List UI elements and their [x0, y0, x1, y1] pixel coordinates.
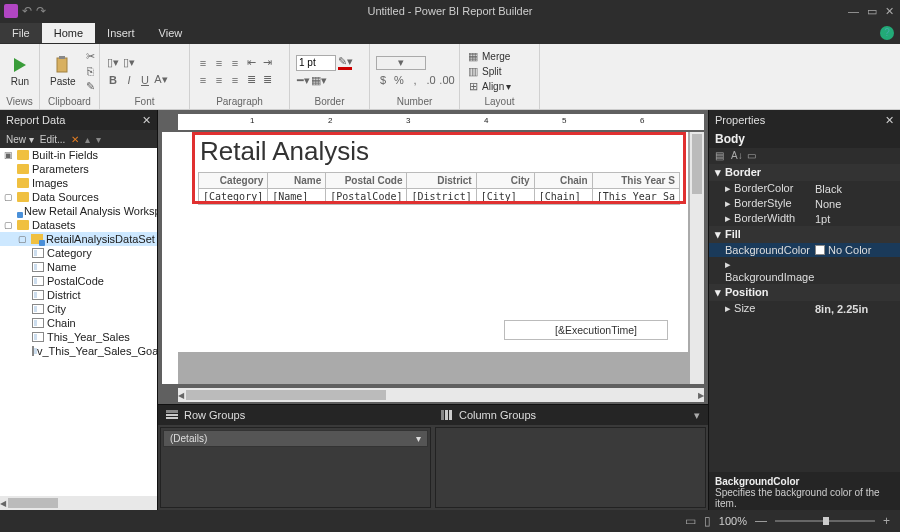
row-groups-label: Row Groups	[184, 409, 245, 421]
rd-up-icon[interactable]: ▴	[85, 134, 90, 145]
zoom-out-icon[interactable]: —	[755, 514, 767, 528]
align-bot-icon[interactable]: ≡	[228, 56, 242, 70]
col-groups-pane[interactable]	[435, 427, 706, 508]
zoom-in-icon[interactable]: +	[883, 514, 890, 528]
brush-icon[interactable]: ✎	[84, 79, 98, 93]
paste-button[interactable]: Paste	[46, 53, 80, 89]
report-data-title: Report Data	[6, 114, 65, 126]
indent-icon[interactable]: ⇥	[260, 56, 274, 70]
svg-rect-8	[449, 410, 452, 420]
border-style-icon[interactable]: ━▾	[296, 74, 310, 88]
design-scroll-v[interactable]	[690, 132, 704, 384]
field-item[interactable]: Category	[0, 246, 157, 260]
tab-view[interactable]: View	[147, 23, 195, 43]
border-preset-icon[interactable]: ▦▾	[312, 74, 326, 88]
rd-edit-button[interactable]: Edit...	[40, 134, 66, 145]
redo-icon[interactable]: ↷	[36, 4, 46, 18]
bullets-icon[interactable]: ≣	[244, 73, 258, 87]
align-right-icon[interactable]: ≡	[228, 73, 242, 87]
tab-insert[interactable]: Insert	[95, 23, 147, 43]
folder-icon	[17, 220, 29, 230]
field-item[interactable]: Name	[0, 260, 157, 274]
border-width-input[interactable]	[296, 55, 336, 71]
svg-marker-0	[14, 58, 26, 72]
inc-dec-icon[interactable]: .0	[424, 73, 438, 87]
col-groups-label: Column Groups	[459, 409, 536, 421]
split-icon[interactable]: ▥	[466, 64, 480, 78]
merge-icon[interactable]: ▦	[466, 49, 480, 63]
field-item[interactable]: This_Year_Sales	[0, 330, 157, 344]
prop-az-icon[interactable]: A↓	[731, 150, 743, 162]
properties-close-icon[interactable]: ✕	[885, 114, 894, 127]
col-groups-icon	[441, 410, 453, 420]
split-button[interactable]: Split	[482, 66, 501, 77]
border-color-icon[interactable]: ✎▾	[338, 56, 352, 70]
align-center-icon[interactable]: ≡	[212, 73, 226, 87]
field-icon	[32, 262, 44, 272]
field-icon	[32, 276, 44, 286]
tab-file[interactable]: File	[0, 23, 42, 43]
report-data-tree[interactable]: ▣Built-in Fields Parameters Images ▢Data…	[0, 148, 157, 496]
numbers-icon[interactable]: ≣	[260, 73, 274, 87]
property-grid[interactable]: ▾Border ▸ BorderColorBlack ▸ BorderStyle…	[709, 164, 900, 472]
ruler-vertical	[162, 132, 178, 384]
number-format-select[interactable]: ▾	[376, 56, 426, 70]
field-item[interactable]: Chain	[0, 316, 157, 330]
property-help: BackgroundColor Specifies the background…	[709, 472, 900, 510]
rd-new-button[interactable]: New ▾	[6, 134, 34, 145]
report-body[interactable]: Retail Analysis Category Name Postal Cod…	[178, 132, 704, 384]
comma-icon[interactable]: ,	[408, 73, 422, 87]
row-groups-pane[interactable]: (Details)▾	[160, 427, 431, 508]
dec-dec-icon[interactable]: .00	[440, 73, 454, 87]
copy-icon[interactable]: ⎘	[84, 64, 98, 78]
maximize-icon[interactable]: ▭	[867, 5, 877, 18]
align-button[interactable]: Align	[482, 81, 504, 92]
font-color-icon[interactable]: A▾	[154, 73, 168, 87]
close-icon[interactable]: ✕	[885, 5, 894, 18]
currency-icon[interactable]: $	[376, 73, 390, 87]
run-button[interactable]: Run	[6, 53, 34, 89]
svg-rect-6	[441, 410, 444, 420]
underline-icon[interactable]: U	[138, 73, 152, 87]
svg-rect-5	[166, 417, 178, 419]
report-data-close-icon[interactable]: ✕	[142, 114, 151, 127]
field-item[interactable]: v_This_Year_Sales_Goal	[0, 344, 157, 358]
undo-icon[interactable]: ↶	[22, 4, 32, 18]
zoom-slider[interactable]	[775, 520, 875, 522]
align-top-icon[interactable]: ≡	[196, 56, 210, 70]
groups-menu-icon[interactable]: ▾	[694, 409, 700, 422]
align-left-icon[interactable]: ≡	[196, 73, 210, 87]
design-scroll-h[interactable]: ◀▶	[178, 388, 704, 402]
properties-title: Properties	[715, 114, 765, 126]
prop-backgroundcolor[interactable]: BackgroundColorNo Color	[709, 243, 900, 257]
sb-layout-icon[interactable]: ▭	[685, 514, 696, 528]
field-item[interactable]: PostalCode	[0, 274, 157, 288]
ribbon-group-number: Number	[376, 96, 453, 107]
cut-icon[interactable]: ✂	[84, 49, 98, 63]
align-mid-icon[interactable]: ≡	[212, 56, 226, 70]
prop-cat-icon[interactable]: ▤	[715, 150, 727, 162]
rd-scroll-h[interactable]: ◀	[0, 496, 157, 510]
italic-icon[interactable]: I	[122, 73, 136, 87]
field-item[interactable]: District	[0, 288, 157, 302]
execution-time-placeholder[interactable]: [&ExecutionTime]	[504, 320, 668, 340]
details-group[interactable]: (Details)▾	[163, 430, 428, 447]
sb-page-icon[interactable]: ▯	[704, 514, 711, 528]
merge-button[interactable]: Merge	[482, 51, 510, 62]
bold-icon[interactable]: B	[106, 73, 120, 87]
svg-rect-1	[57, 58, 67, 72]
percent-icon[interactable]: %	[392, 73, 406, 87]
titlebar: ↶ ↷ Untitled - Power BI Report Builder —…	[0, 0, 900, 22]
outdent-icon[interactable]: ⇤	[244, 56, 258, 70]
field-item[interactable]: City	[0, 302, 157, 316]
rd-down-icon[interactable]: ▾	[96, 134, 101, 145]
minimize-icon[interactable]: —	[848, 5, 859, 18]
align-icon[interactable]: ⊞	[466, 79, 480, 93]
help-icon[interactable]: ?	[880, 26, 894, 40]
prop-pages-icon[interactable]: ▭	[747, 150, 759, 162]
rd-delete-icon[interactable]: ✕	[71, 134, 79, 145]
tab-home[interactable]: Home	[42, 23, 95, 43]
dataset-item[interactable]: ▢RetailAnalysisDataSet	[0, 232, 157, 246]
groups-panel: Row Groups Column Groups▾ (Details)▾	[158, 404, 708, 510]
ribbon-group-border: Border	[296, 96, 363, 107]
